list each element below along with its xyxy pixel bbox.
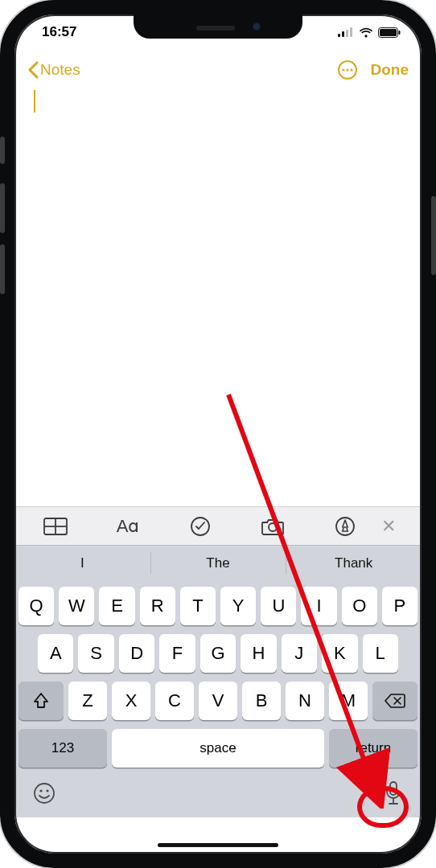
back-button[interactable]: Notes <box>27 61 80 79</box>
svg-point-9 <box>346 68 348 71</box>
shift-icon <box>32 692 50 710</box>
key-b[interactable]: B <box>242 682 281 720</box>
key-c[interactable]: C <box>155 682 194 720</box>
shift-key[interactable] <box>19 682 64 720</box>
key-y[interactable]: Y <box>220 587 256 625</box>
key-g[interactable]: G <box>200 634 236 673</box>
status-icons <box>338 27 401 38</box>
key-s[interactable]: S <box>78 634 113 673</box>
keyboard-bottom-bar <box>14 772 422 817</box>
status-time: 16:57 <box>42 24 76 40</box>
cellular-icon <box>338 27 354 37</box>
key-u[interactable]: U <box>261 587 296 625</box>
key-row-4: 123 space return <box>19 729 417 768</box>
close-icon: ✕ <box>381 516 396 536</box>
svg-point-15 <box>269 523 277 531</box>
text-cursor <box>34 90 35 113</box>
key-i[interactable]: I <box>301 587 336 625</box>
svg-rect-0 <box>338 34 340 37</box>
table-button[interactable] <box>19 518 92 535</box>
delete-icon <box>385 693 405 709</box>
toolbar-close-button[interactable]: ✕ <box>381 516 417 537</box>
key-l[interactable]: L <box>363 634 398 673</box>
key-n[interactable]: N <box>286 682 324 720</box>
key-t[interactable]: T <box>180 587 216 625</box>
predictive-bar: I The Thank <box>14 545 422 580</box>
key-r[interactable]: R <box>140 587 175 625</box>
wifi-icon <box>359 27 373 38</box>
svg-point-17 <box>35 784 54 803</box>
key-k[interactable]: K <box>322 634 357 673</box>
nav-bar: Notes Done <box>14 50 422 90</box>
back-label: Notes <box>40 61 80 79</box>
key-row-2: A S D F G H J K L <box>19 634 417 673</box>
svg-rect-1 <box>342 31 344 37</box>
emoji-button[interactable] <box>32 781 56 809</box>
key-m[interactable]: M <box>329 682 368 720</box>
notes-toolbar: Aɑ ✕ <box>14 506 422 545</box>
key-p[interactable]: P <box>382 587 417 625</box>
microphone-icon <box>383 780 404 806</box>
battery-icon <box>378 27 401 38</box>
camera-button[interactable] <box>237 518 309 535</box>
camera-icon <box>261 518 285 535</box>
markup-button[interactable] <box>309 516 381 537</box>
svg-point-10 <box>350 68 352 71</box>
return-key[interactable]: return <box>329 729 417 768</box>
device-notch <box>134 14 302 39</box>
key-v[interactable]: V <box>199 682 237 720</box>
key-q[interactable]: Q <box>19 587 54 625</box>
checklist-icon <box>190 516 211 537</box>
mute-switch <box>0 137 5 164</box>
text-format-button[interactable]: Aɑ <box>92 516 164 537</box>
chevron-left-icon <box>27 61 39 79</box>
key-j[interactable]: J <box>282 634 317 673</box>
svg-rect-2 <box>346 30 348 37</box>
svg-point-8 <box>342 68 344 71</box>
key-a[interactable]: A <box>38 634 73 673</box>
prediction-1[interactable]: I <box>14 546 150 580</box>
svg-rect-6 <box>399 31 401 35</box>
table-icon <box>43 518 68 535</box>
svg-rect-20 <box>390 782 397 795</box>
done-button[interactable]: Done <box>371 61 409 79</box>
checklist-button[interactable] <box>164 516 237 537</box>
more-button[interactable] <box>335 58 360 82</box>
key-d[interactable]: D <box>119 634 154 673</box>
emoji-icon <box>32 781 56 805</box>
key-x[interactable]: X <box>112 682 150 720</box>
key-z[interactable]: Z <box>68 682 107 720</box>
home-indicator[interactable] <box>158 843 278 847</box>
key-row-1: Q W E R T Y U I O P <box>19 587 417 625</box>
svg-point-19 <box>46 789 48 792</box>
side-button <box>431 196 436 275</box>
svg-rect-3 <box>350 27 352 37</box>
markup-icon <box>335 516 356 537</box>
prediction-3[interactable]: Thank <box>286 546 422 580</box>
volume-down-button <box>0 244 5 294</box>
key-w[interactable]: W <box>59 587 94 625</box>
prediction-2[interactable]: The <box>150 546 286 580</box>
numbers-key[interactable]: 123 <box>19 729 107 768</box>
note-editor[interactable] <box>14 90 422 506</box>
volume-up-button <box>0 183 5 233</box>
svg-rect-5 <box>380 29 397 36</box>
text-format-icon: Aɑ <box>117 516 140 537</box>
key-f[interactable]: F <box>159 634 195 673</box>
ellipsis-circle-icon <box>337 59 358 80</box>
space-key[interactable]: space <box>112 729 324 768</box>
key-o[interactable]: O <box>342 587 377 625</box>
keyboard: Q W E R T Y U I O P A S D F G H J K L <box>14 580 422 772</box>
key-e[interactable]: E <box>99 587 134 625</box>
svg-point-18 <box>39 789 42 792</box>
key-row-3: Z X C V B N M <box>19 682 417 720</box>
delete-key[interactable] <box>372 682 417 720</box>
key-h[interactable]: H <box>241 634 276 673</box>
dictation-button[interactable] <box>383 780 404 809</box>
